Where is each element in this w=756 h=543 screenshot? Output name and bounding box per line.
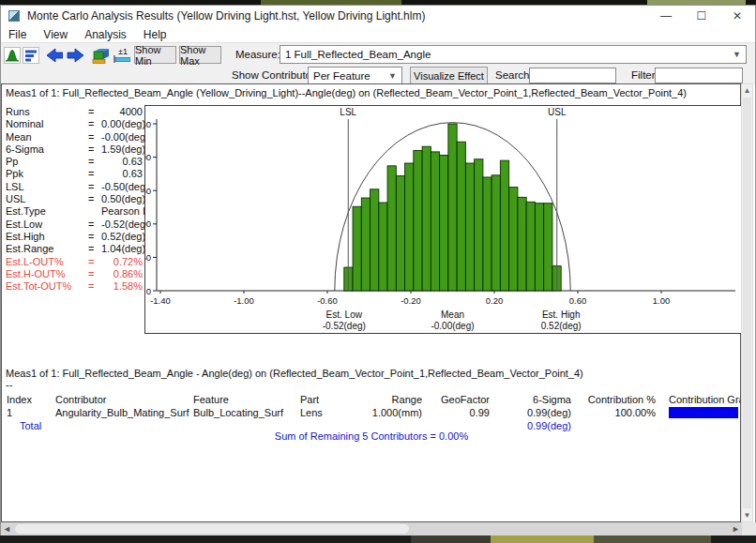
stat-equals: = bbox=[88, 243, 101, 255]
histogram-bar bbox=[370, 189, 379, 291]
stat-label: Est.Range bbox=[6, 243, 88, 255]
y-tick-label: 100 bbox=[145, 219, 151, 229]
cell bbox=[656, 406, 740, 419]
show-contributors-dropdown[interactable]: Per Feature ▼ bbox=[308, 67, 402, 84]
show-min-button[interactable]: Show Min bbox=[134, 46, 176, 64]
stat-label: Est.H-OUT% bbox=[6, 268, 88, 280]
show-contributors-value: Per Feature bbox=[313, 70, 370, 82]
histogram-bar bbox=[422, 146, 431, 291]
stats-panel: Runs=4000Nominal=0.00(deg)Mean=-0.00(deg… bbox=[6, 106, 143, 293]
y-tick-label: 150 bbox=[145, 186, 151, 196]
vertical-scrollbar[interactable]: ▲ ▼ bbox=[741, 83, 753, 522]
menu-view[interactable]: View bbox=[35, 28, 76, 41]
histogram-bar bbox=[465, 163, 474, 291]
histogram-bar bbox=[518, 197, 526, 291]
column-header-geofactor: GeoFactor bbox=[422, 393, 490, 406]
x-tick-label: 0.20 bbox=[486, 295, 504, 306]
stat-label: Est.High bbox=[6, 231, 88, 243]
stat-row-est-range: Est.Range=1.04(deg) bbox=[6, 243, 143, 255]
annotation-mean-label: Mean bbox=[441, 309, 464, 320]
menu-help[interactable]: Help bbox=[135, 28, 175, 41]
table-row[interactable]: 1Angularity_Bulb_Mating_SurfBulb_Locatin… bbox=[2, 406, 741, 419]
stat-value: -0.00(deg) bbox=[101, 131, 149, 143]
stat-row-usl: USL=0.50(deg) bbox=[6, 193, 143, 205]
stat-equals: = bbox=[88, 118, 101, 130]
histogram-bar bbox=[475, 159, 483, 291]
stat-value: 0.63 bbox=[101, 168, 143, 180]
visualize-effect-button[interactable]: Visualize Effect bbox=[410, 67, 488, 84]
stat-value: 0.50(deg) bbox=[101, 193, 145, 205]
vertical-scrollbar-thumb[interactable] bbox=[743, 98, 751, 508]
histogram-bar bbox=[353, 206, 361, 291]
pareto-icon[interactable] bbox=[22, 46, 39, 64]
dimension-icon[interactable]: ±1 bbox=[113, 46, 130, 64]
stat-label: Ppk bbox=[6, 168, 88, 180]
usl-label: USL bbox=[548, 107, 567, 117]
cell: 0.99 bbox=[422, 406, 490, 419]
scroll-right-icon[interactable]: ► bbox=[730, 522, 742, 535]
stat-equals: = bbox=[88, 143, 101, 156]
maximize-button[interactable]: ☐ bbox=[684, 6, 719, 26]
y-tick-label: 0 bbox=[146, 286, 151, 296]
results-pane: Meas1 of 1: Full_Reflected_Beam_Angle (Y… bbox=[1, 83, 741, 522]
measure-value: 1 Full_Reflected_Beam_Angle bbox=[285, 49, 431, 60]
histogram-bar bbox=[509, 188, 518, 291]
toolbar: ±1 Show Min Show Max Measure: 1 Full_Ref… bbox=[1, 42, 755, 84]
close-button[interactable]: ✕ bbox=[719, 6, 755, 26]
menubar: FileViewAnalysisHelp bbox=[1, 26, 755, 42]
arrow-left-icon[interactable] bbox=[45, 46, 63, 64]
window-title: Monte Carlo Analysis Results (Yellow Dri… bbox=[27, 9, 425, 23]
stat-label: Runs bbox=[6, 106, 88, 118]
cell: 1 bbox=[7, 406, 55, 419]
x-tick-label: -1.40 bbox=[150, 295, 171, 306]
stat-equals: = bbox=[88, 106, 101, 118]
measure-dropdown[interactable]: 1 Full_Reflected_Beam_Angle ▼ bbox=[280, 45, 747, 64]
histogram-bar bbox=[448, 124, 457, 291]
histogram-bar bbox=[440, 155, 448, 291]
menu-analysis[interactable]: Analysis bbox=[76, 28, 135, 41]
stat-value: 1.04(deg) bbox=[101, 243, 145, 255]
scroll-up-icon[interactable]: ▲ bbox=[742, 84, 752, 97]
stat-label: USL bbox=[6, 193, 88, 205]
scroll-left-icon[interactable]: ◄ bbox=[1, 522, 13, 535]
assembly-icon[interactable] bbox=[91, 46, 109, 64]
histogram-bar bbox=[500, 160, 508, 291]
histogram-bar bbox=[544, 204, 552, 291]
chevron-down-icon: ▼ bbox=[388, 71, 397, 81]
measurement-header: Meas1 of 1: Full_Reflected_Beam_Angle (Y… bbox=[6, 87, 687, 98]
lsl-label: LSL bbox=[340, 107, 356, 117]
show-max-button[interactable]: Show Max bbox=[179, 46, 221, 64]
svg-text:±1: ±1 bbox=[118, 47, 128, 56]
screen: Monte Carlo Analysis Results (Yellow Dri… bbox=[0, 0, 756, 543]
cell: 1.000(mm) bbox=[347, 406, 422, 419]
histogram-bar bbox=[535, 204, 543, 291]
stat-row-est-low: Est.Low=-0.52(deg) bbox=[6, 219, 143, 231]
stat-label: Est.L-OUT% bbox=[6, 256, 88, 268]
arrow-right-icon[interactable] bbox=[67, 46, 84, 64]
column-header-range: Range bbox=[347, 393, 422, 406]
scrollbar-corner bbox=[742, 522, 756, 535]
desktop-fragment bbox=[491, 535, 594, 543]
stat-label: Nominal bbox=[6, 118, 88, 130]
search-label: Search: bbox=[495, 69, 533, 81]
stat-row-est-h-out-: Est.H-OUT%=0.86% bbox=[6, 268, 143, 280]
scroll-down-icon[interactable]: ▼ bbox=[742, 509, 752, 521]
distribution-icon[interactable] bbox=[3, 46, 21, 64]
cell: Lens bbox=[300, 406, 347, 419]
menu-file[interactable]: File bbox=[1, 28, 35, 41]
stat-value: 0.86% bbox=[101, 268, 143, 280]
horizontal-scrollbar[interactable]: ◄ ► bbox=[1, 522, 742, 535]
x-tick-label: -1.00 bbox=[234, 295, 254, 306]
annotation-est-high-value: 0.52(deg) bbox=[541, 321, 582, 331]
app-icon bbox=[8, 10, 20, 22]
contributors-header-continuation: -- bbox=[6, 379, 12, 390]
minimize-button[interactable]: — bbox=[648, 6, 684, 26]
remaining-contributors-sum: Sum of Remaining 5 Contributors = 0.00% bbox=[2, 430, 741, 442]
stat-value: Pearson I bbox=[101, 205, 145, 218]
stat-row-6-sigma: 6-Sigma=1.59(deg) bbox=[6, 143, 143, 156]
filter-input[interactable] bbox=[655, 68, 743, 83]
column-header-contributor: Contributor bbox=[55, 393, 193, 406]
horizontal-scrollbar-thumb[interactable] bbox=[15, 524, 409, 534]
stat-value: 0.52(deg) bbox=[101, 231, 145, 243]
search-input[interactable] bbox=[529, 68, 616, 83]
